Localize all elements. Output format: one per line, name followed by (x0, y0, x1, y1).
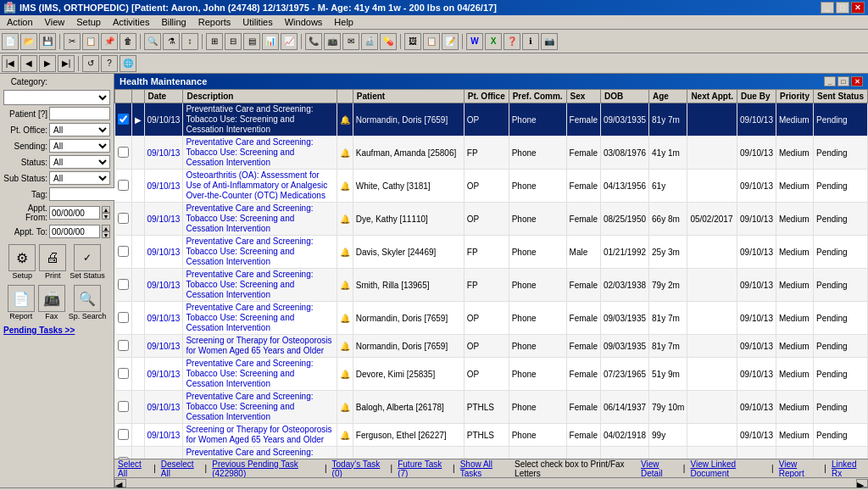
row-checkbox[interactable] (118, 429, 129, 440)
sending-select[interactable]: All (49, 139, 110, 153)
row-icon[interactable]: 🔔 (337, 447, 353, 459)
col-desc[interactable]: Description (183, 90, 337, 103)
report-button[interactable]: 📄 Report (8, 285, 35, 320)
table-row[interactable]: 09/10/13Preventative Care and Screening:… (115, 203, 868, 236)
appt-to-up[interactable]: ▲ (102, 225, 110, 231)
nav-last[interactable]: ▶| (58, 55, 75, 72)
table-row[interactable]: 09/10/13Screening or Therapy for Osteopo… (115, 335, 868, 358)
tb-b4[interactable]: 📊 (262, 33, 279, 50)
tb-sort[interactable]: ↕ (181, 33, 198, 50)
tb-b1[interactable]: ⊞ (206, 33, 223, 50)
data-table-container[interactable]: Date Description Patient Pt. Office Pref… (114, 89, 868, 459)
window-controls[interactable]: _ □ ✕ (821, 2, 865, 14)
table-row[interactable]: 09/10/13Preventative Care and Screening:… (115, 136, 868, 170)
sp-search-button[interactable]: 🔍 Sp. Search (69, 285, 107, 320)
prev-pending-link[interactable]: Previous Pending Task (422980) (212, 459, 320, 478)
tb-img[interactable]: 🖼 (404, 33, 421, 50)
view-detail-link[interactable]: View Detail (641, 459, 678, 478)
col-priority[interactable]: Priority (776, 90, 813, 103)
row-checkbox[interactable] (118, 147, 129, 158)
row-checkbox[interactable] (118, 279, 129, 290)
status-select[interactable]: All (49, 155, 110, 169)
menu-setup[interactable]: Setup (71, 16, 106, 28)
nav-next[interactable]: ▶ (39, 55, 56, 72)
tb-info[interactable]: ℹ (522, 33, 539, 50)
tb-doc[interactable]: 📝 (442, 33, 459, 50)
nav-globe[interactable]: 🌐 (120, 55, 136, 72)
row-checkbox[interactable] (118, 368, 129, 379)
row-checkbox[interactable] (118, 340, 129, 351)
appt-from-down[interactable]: ▼ (102, 213, 110, 220)
hm-window-controls[interactable]: _ □ ✕ (824, 76, 863, 86)
menu-utilities[interactable]: Utilities (237, 16, 277, 28)
view-report-link[interactable]: View Report (779, 459, 820, 478)
maximize-button[interactable]: □ (836, 2, 849, 14)
nav-question[interactable]: ? (101, 55, 118, 72)
col-age[interactable]: Age (649, 90, 687, 103)
deselect-all-link[interactable]: Deselect All (161, 459, 200, 478)
menu-action[interactable]: Action (2, 16, 38, 28)
col-sex[interactable]: Sex (566, 90, 600, 103)
table-row[interactable]: 09/10/13Preventative Care and Screening:… (115, 269, 868, 302)
appt-to-spin[interactable]: ▲ ▼ (102, 225, 110, 238)
tb-help[interactable]: ❓ (504, 33, 520, 50)
minimize-button[interactable]: _ (821, 2, 834, 14)
todays-task-link[interactable]: Today's Task (0) (332, 459, 386, 478)
tb-b5[interactable]: 📈 (281, 33, 298, 50)
appt-to-input[interactable] (49, 225, 100, 238)
setup-button[interactable]: ⚙ Setup (8, 244, 36, 280)
table-row[interactable]: 09/10/13Preventative Care and Screening:… (115, 358, 868, 391)
select-all-link[interactable]: Select All (118, 459, 148, 478)
tb-cam[interactable]: 📷 (541, 33, 558, 50)
table-row[interactable]: 09/10/13Screening or Therapy for Osteopo… (115, 424, 868, 447)
tb-delete[interactable]: 🗑 (120, 33, 136, 50)
scroll-right-btn[interactable]: ▶ (856, 479, 868, 487)
row-icon[interactable]: 🔔 (337, 103, 353, 136)
category-select[interactable] (3, 90, 110, 105)
row-icon[interactable]: 🔔 (337, 236, 353, 269)
row-checkbox[interactable] (118, 312, 129, 323)
close-button[interactable]: ✕ (851, 2, 865, 14)
table-row[interactable]: ▶09/10/13Preventative Care and Screening… (115, 103, 868, 136)
future-task-link[interactable]: Future Task (7) (398, 459, 448, 478)
row-icon[interactable]: 🔔 (337, 335, 353, 358)
tb-save[interactable]: 💾 (39, 33, 56, 50)
row-checkbox[interactable] (118, 180, 129, 191)
nav-refresh[interactable]: ↺ (82, 55, 99, 72)
menu-view[interactable]: View (40, 16, 70, 28)
tb-rx[interactable]: 💊 (380, 33, 397, 50)
row-checkbox[interactable] (118, 213, 129, 224)
horizontal-scrollbar[interactable]: ◀ ▶ (114, 477, 868, 487)
menu-windows[interactable]: Windows (280, 16, 328, 28)
tb-word[interactable]: W (466, 33, 483, 50)
hm-close[interactable]: ✕ (851, 76, 863, 86)
tb-excel[interactable]: X (485, 33, 502, 50)
pt-office-select[interactable]: All (49, 123, 110, 136)
print-button[interactable]: 🖨 Print (39, 244, 66, 280)
row-checkbox[interactable] (118, 246, 129, 257)
tb-filter[interactable]: ⚗ (163, 33, 180, 50)
scroll-left-btn[interactable]: ◀ (114, 479, 126, 487)
table-row[interactable]: 09/10/13Preventative Care and Screening:… (115, 447, 868, 459)
col-sent-status[interactable]: Sent Status (813, 90, 867, 103)
appt-to-down[interactable]: ▼ (102, 231, 110, 238)
row-icon[interactable]: 🔔 (337, 358, 353, 391)
tb-paste[interactable]: 📌 (101, 33, 118, 50)
table-row[interactable]: 09/10/13Osteoarthritis (OA): Assessment … (115, 170, 868, 203)
row-icon[interactable]: 🔔 (337, 269, 353, 302)
col-pref-comm[interactable]: Pref. Comm. (509, 90, 566, 103)
row-icon[interactable]: 🔔 (337, 203, 353, 236)
col-patient[interactable]: Patient (353, 90, 464, 103)
set-status-button[interactable]: ✓ Set Status (70, 244, 105, 280)
pending-tasks-link[interactable]: Pending Tasks >> (3, 326, 110, 335)
patient-input[interactable] (49, 107, 110, 120)
menu-activities[interactable]: Activities (108, 16, 154, 28)
appt-from-input[interactable] (49, 206, 100, 220)
tb-chart[interactable]: 📋 (423, 33, 440, 50)
tb-b2[interactable]: ⊟ (225, 33, 242, 50)
row-icon[interactable]: 🔔 (337, 424, 353, 447)
tb-cut[interactable]: ✂ (64, 33, 81, 50)
menu-billing[interactable]: Billing (156, 16, 191, 28)
appt-from-spin[interactable]: ▲ ▼ (102, 206, 110, 220)
row-checkbox[interactable] (118, 401, 129, 412)
